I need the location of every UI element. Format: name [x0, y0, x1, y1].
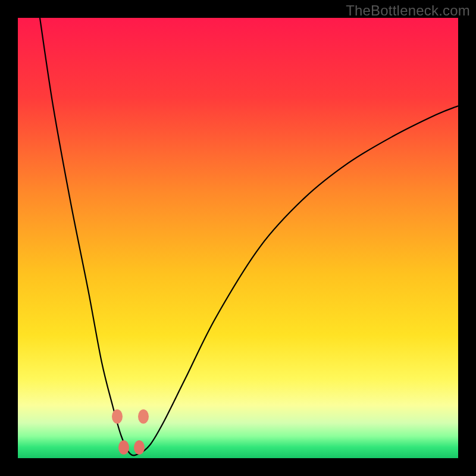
bottleneck-curve — [18, 18, 458, 458]
curve-marker — [112, 409, 123, 424]
plot-area — [18, 18, 458, 458]
curve-marker — [138, 409, 149, 424]
curve-marker — [134, 440, 145, 455]
source-watermark: TheBottleneck.com — [346, 2, 470, 19]
chart-frame: TheBottleneck.com — [0, 0, 476, 476]
curve-marker — [118, 440, 129, 455]
